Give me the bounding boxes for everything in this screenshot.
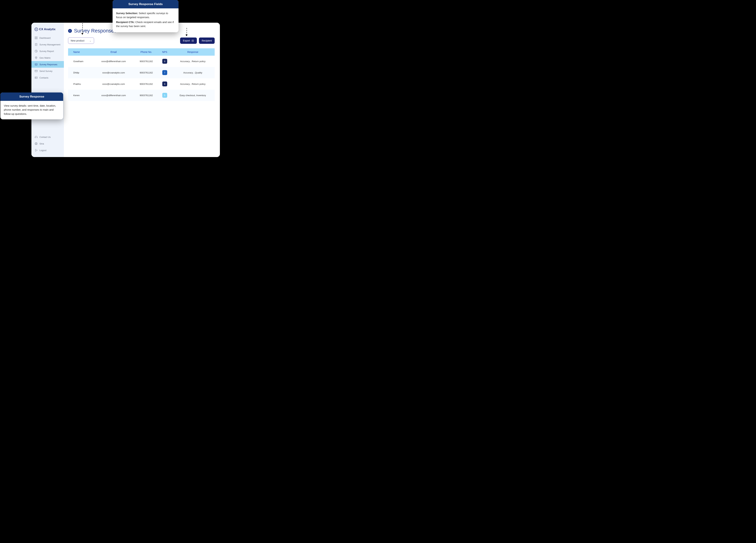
svg-rect-11 (35, 137, 35, 138)
svg-rect-0 (35, 37, 36, 38)
survey-filter-value: New product (71, 39, 84, 42)
cell-phone: 9003761162 (134, 90, 158, 101)
mail-icon (35, 69, 38, 73)
sidebar-bottom: Contact Us Sina Logout (31, 134, 64, 154)
callout-title: Survey Response Fields (113, 0, 179, 8)
cell-name: Keren (68, 90, 93, 101)
sidebar-item-label: Survey Report (39, 50, 54, 53)
col-response: Response (171, 48, 215, 56)
logout-icon (35, 149, 38, 152)
sidebar-item-contacts[interactable]: Contacts (31, 74, 64, 81)
nps-badge: 9 (162, 59, 167, 64)
col-email: Email (93, 48, 134, 56)
col-nps: NPS (158, 48, 171, 56)
cell-name: Prabhu (68, 78, 93, 90)
col-phone: Phone No. (134, 48, 158, 56)
svg-rect-9 (35, 77, 37, 79)
cell-email: xxxx@differenthair.com (93, 56, 134, 67)
sidebar-item-dashboard[interactable]: Dashboard (31, 35, 64, 41)
svg-rect-1 (36, 37, 37, 38)
pointer-arrow (82, 20, 83, 34)
back-button[interactable] (68, 29, 72, 33)
svg-rect-3 (36, 38, 37, 39)
sidebar-item-survey-responses[interactable]: Survey Reponses (31, 61, 64, 68)
cell-response: Accuracy , Return policy (171, 56, 215, 67)
col-name: Name (68, 48, 93, 56)
sidebar-item-contact-us[interactable]: Contact Us (31, 134, 64, 140)
sidebar-item-label: Geo Matrix (39, 57, 51, 59)
sidebar-item-survey-report[interactable]: Survey Report (31, 48, 64, 54)
sidebar-item-label: Send Survey (39, 70, 52, 72)
cell-phone: 9003761162 (134, 67, 158, 78)
pie-chart-icon (35, 50, 38, 53)
recipient-button[interactable]: Recipient (199, 38, 215, 44)
svg-point-14 (36, 143, 37, 144)
table-row[interactable]: Gowthamxxxx@differenthair.com90037611629… (68, 56, 215, 67)
table-row[interactable]: Kerenxxxx@differenthair.com90037611625Ea… (68, 90, 215, 101)
svg-rect-12 (37, 137, 37, 138)
pointer-arrow (187, 28, 187, 35)
brand: C CX Analytix (31, 28, 64, 35)
sidebar: C CX Analytix Dashboard Survey Managemen… (31, 23, 64, 157)
sidebar-item-logout[interactable]: Logout (31, 147, 64, 154)
survey-filter-select[interactable]: New product ⌄ (68, 38, 94, 44)
chevron-down-icon: ⌄ (89, 39, 91, 42)
chevron-left-icon (69, 30, 71, 32)
id-card-icon (35, 76, 38, 79)
callout-survey-response: Survey Response View survey details: sen… (0, 92, 63, 119)
sidebar-item-label: Sina (39, 142, 44, 145)
table-row[interactable]: Prabhuxxxx@cxanalytix.com90037611629Accu… (68, 78, 215, 90)
cell-email: xxxx@cxanalytix.com (93, 67, 134, 78)
inbox-icon (35, 63, 38, 66)
arrow-head-icon (81, 33, 83, 35)
svg-point-10 (35, 77, 36, 78)
cell-phone: 9003761162 (134, 56, 158, 67)
toolbar-right: Export Recipient (180, 38, 215, 44)
brand-name: CX Analytix (39, 28, 55, 31)
map-pin-icon (35, 56, 38, 59)
sidebar-item-survey-management[interactable]: Survey Management (31, 41, 64, 48)
svg-point-6 (36, 57, 36, 58)
cell-email: xxxx@cxanalytix.com (93, 78, 134, 90)
table-body: Gowthamxxxx@differenthair.com90037611629… (68, 56, 215, 101)
toolbar: New product ⌄ Export Recipient (68, 38, 215, 44)
export-button-label: Export (183, 39, 190, 42)
cell-nps: 7 (158, 67, 171, 78)
sidebar-item-label: Contacts (39, 76, 48, 79)
main-content: Survey Responses New product ⌄ Export Re… (64, 23, 220, 157)
callout-def: Survey Selection: Select specific survey… (116, 11, 175, 19)
callout-survey-fields: Survey Response Fields Survey Selection:… (113, 0, 179, 32)
callout-def: Recipient CTA: Check recipient emails an… (116, 20, 175, 28)
callout-text: View survey details: sent time, date, lo… (4, 104, 56, 115)
sidebar-item-send-survey[interactable]: Send Survey (31, 68, 64, 74)
arrow-head-icon (186, 35, 188, 36)
table-row[interactable]: Dhilipxxxx@cxanalytix.com90037611627Accu… (68, 67, 215, 78)
nps-badge: 9 (162, 81, 167, 86)
user-circle-icon (35, 142, 38, 145)
cell-response: Accuracy , Quality (171, 67, 215, 78)
nps-badge: 5 (162, 93, 167, 98)
callout-body: Survey Selection: Select specific survey… (113, 8, 179, 32)
nps-badge: 7 (162, 70, 167, 75)
cell-nps: 9 (158, 56, 171, 67)
callout-title: Survey Response (0, 92, 63, 101)
sidebar-item-label: Dashboard (39, 37, 51, 39)
svg-rect-8 (35, 70, 37, 72)
callout-term: Survey Selection: (116, 12, 138, 15)
table-header: Name Email Phone No. NPS Response (68, 48, 215, 56)
headset-icon (35, 135, 38, 139)
cell-phone: 9003761162 (134, 78, 158, 90)
clipboard-list-icon (35, 43, 38, 46)
grid-icon (35, 36, 38, 39)
export-button[interactable]: Export (180, 38, 197, 44)
recipient-button-label: Recipient (202, 39, 212, 42)
cell-nps: 9 (158, 78, 171, 90)
sidebar-item-label: Contact Us (39, 136, 51, 138)
cell-name: Dhilip (68, 67, 93, 78)
sidebar-item-geo-matrix[interactable]: Geo Matrix (31, 54, 64, 61)
cell-response: Easy checkout, Inventory (171, 90, 215, 101)
sidebar-item-user[interactable]: Sina (31, 140, 64, 147)
sidebar-item-label: Logout (39, 149, 46, 152)
callout-body: View survey details: sent time, date, lo… (0, 101, 63, 119)
sidebar-item-label: Survey Management (39, 43, 60, 46)
